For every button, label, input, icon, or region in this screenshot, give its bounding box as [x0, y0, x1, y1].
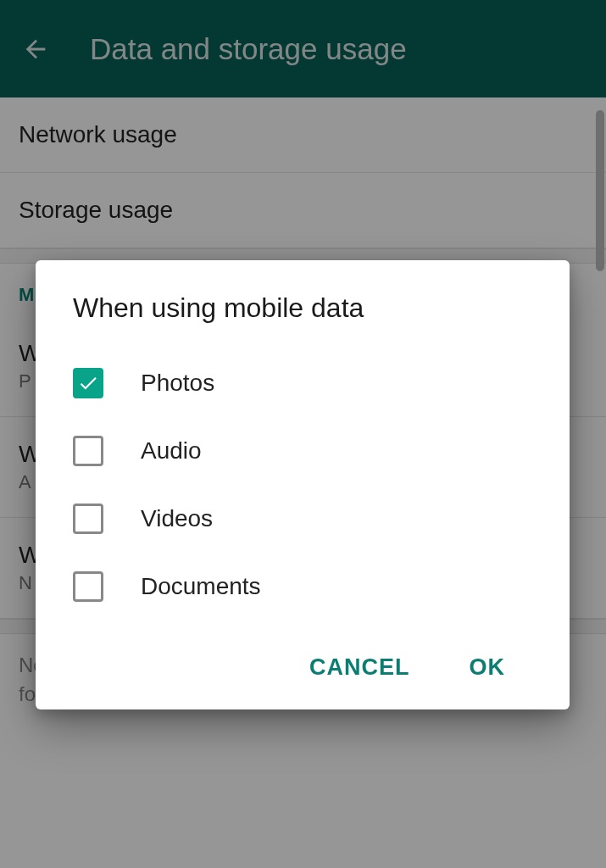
option-audio[interactable]: Audio	[73, 417, 532, 485]
option-documents[interactable]: Documents	[73, 553, 532, 620]
checkbox-audio[interactable]	[73, 436, 103, 466]
option-label: Audio	[141, 437, 202, 465]
option-photos[interactable]: Photos	[73, 349, 532, 417]
option-videos[interactable]: Videos	[73, 485, 532, 553]
ok-button[interactable]: OK	[466, 646, 509, 689]
media-autodownload-dialog: When using mobile data Photos Audio Vide…	[36, 260, 570, 709]
dialog-title: When using mobile data	[73, 292, 532, 324]
cancel-button[interactable]: CANCEL	[306, 646, 414, 689]
checkbox-videos[interactable]	[73, 504, 103, 534]
option-label: Videos	[141, 505, 213, 532]
option-label: Documents	[141, 573, 261, 600]
checkbox-documents[interactable]	[73, 571, 103, 602]
dialog-actions: CANCEL OK	[73, 646, 532, 689]
checkbox-photos[interactable]	[73, 368, 103, 398]
option-label: Photos	[141, 370, 214, 397]
